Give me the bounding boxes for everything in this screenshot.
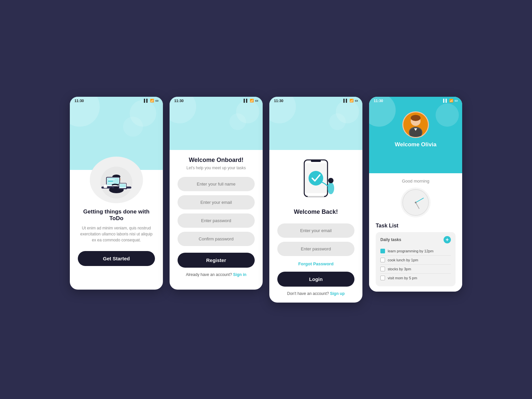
signal-icon-3: ▌▌ [343, 99, 348, 102]
status-time-4: 11:30 [374, 99, 383, 103]
login-button[interactable]: Login [277, 272, 354, 287]
svg-rect-13 [118, 188, 127, 189]
status-time-2: 11:30 [174, 99, 184, 103]
wifi-icon: 📶 [150, 99, 154, 102]
register-button[interactable]: Register [178, 253, 255, 268]
login-email-input[interactable] [277, 223, 354, 238]
status-bar-3: 11:30 ▌▌ 📶 ▭ [269, 97, 362, 105]
screen2-header: 11:30 ▌▌ 📶 ▭ [170, 97, 263, 150]
task-item-3: visit mom by 5 pm [380, 274, 451, 282]
welcome-greeting: Welcome Olivia [369, 141, 462, 153]
full-name-input[interactable] [178, 177, 255, 191]
status-icons-3: ▌▌ 📶 ▭ [343, 99, 358, 102]
screen4-body: Good morning Task List Daily tasks + [369, 173, 462, 292]
good-morning-text: Good morning [376, 179, 456, 184]
screen1-body: Getting things done with ToDo Ut enim ad… [70, 170, 163, 290]
task-item-2: stocks by 3pm [380, 265, 451, 274]
clock-widget [401, 188, 431, 217]
status-icons-1: ▌▌ 📶 ▭ [144, 99, 158, 102]
status-time-3: 11:30 [274, 99, 283, 103]
status-bar-1: 11:30 ▌▌ 📶 ▭ [70, 97, 163, 105]
login-password-input[interactable] [277, 242, 354, 256]
daily-tasks-label: Daily tasks [380, 237, 401, 242]
person-svg [96, 160, 136, 200]
status-icons-2: ▌▌ 📶 ▭ [244, 99, 258, 102]
svg-rect-12 [120, 184, 126, 188]
user-avatar [402, 111, 429, 138]
screen3-header: 11:30 ▌▌ 📶 ▭ [269, 97, 362, 150]
no-account-text: Don't have an account? Sign up [287, 291, 344, 296]
signal-icon-2: ▌▌ [244, 99, 248, 102]
clock-minute-hand [416, 198, 424, 202]
already-account-text: Already have an account? Sign in [186, 272, 246, 277]
bubble-3 [123, 117, 143, 137]
task-label-3: visit mom by 5 pm [388, 276, 417, 280]
svg-rect-14 [104, 185, 107, 188]
bubble-s2-3 [229, 113, 246, 130]
confirm-password-input[interactable] [178, 232, 255, 246]
svg-rect-8 [108, 181, 113, 182]
battery-icon-2: ▭ [255, 99, 258, 102]
bubble-s3-3 [329, 113, 346, 130]
task-label-2: stocks by 3pm [388, 267, 411, 271]
register-title: Welcome Onboard! [189, 157, 244, 164]
screen1-description: Ut enim ad minim veniam, quis nostrud ex… [78, 225, 155, 243]
wifi-icon-3: 📶 [349, 99, 353, 102]
svg-rect-9 [108, 183, 114, 183]
status-bar-4: 11:30 ▌▌ 📶 ▭ [369, 97, 462, 105]
sign-up-link[interactable]: Sign up [330, 291, 345, 296]
add-task-button[interactable]: + [444, 236, 451, 243]
screen3-body: Welcome Back! Forgot Password Login Don'… [269, 150, 362, 303]
person-illustration [90, 157, 143, 203]
screen-register: 11:30 ▌▌ 📶 ▭ Welcome Onboard! Let's help… [170, 97, 263, 290]
task-item-0: learn programming by 12pm [380, 247, 451, 256]
screen1-title: Getting things done with ToDo [78, 208, 155, 222]
task-checkbox-3[interactable] [380, 276, 385, 280]
task-card: Daily tasks + learn programming by 12pm … [376, 232, 456, 286]
phone-illustration [296, 157, 336, 203]
register-subtitle: Let's help you meet up your tasks [187, 166, 246, 170]
battery-icon-3: ▭ [355, 99, 358, 102]
status-icons-4: ▌▌ 📶 ▭ [443, 99, 458, 102]
sign-in-link[interactable]: Sign in [233, 272, 246, 277]
screens-container: 11:30 ▌▌ 📶 ▭ [70, 97, 462, 303]
clock-center-dot [415, 201, 417, 203]
screen-login: 11:30 ▌▌ 📶 ▭ [269, 97, 362, 303]
forgot-password-link[interactable]: Forgot Password [298, 261, 333, 266]
task-label-0: learn programming by 12pm [388, 249, 434, 253]
battery-icon: ▭ [155, 99, 158, 102]
status-time-1: 11:30 [74, 99, 84, 103]
clock-face [402, 189, 429, 216]
password-input[interactable] [178, 213, 255, 228]
svg-rect-10 [112, 187, 114, 188]
svg-point-18 [309, 171, 323, 186]
svg-rect-21 [308, 196, 324, 197]
wifi-icon-2: 📶 [250, 99, 254, 102]
bubble-s4-2 [436, 103, 459, 127]
svg-point-24 [411, 115, 421, 121]
screen2-body: Welcome Onboard! Let's help you meet up … [170, 150, 263, 290]
login-title: Welcome Back! [294, 208, 338, 215]
task-card-header: Daily tasks + [380, 236, 451, 243]
screen-onboarding: 11:30 ▌▌ 📶 ▭ [70, 97, 163, 290]
email-input[interactable] [178, 195, 255, 209]
task-checkbox-0[interactable] [380, 249, 385, 253]
task-label-1: cook lunch by 1pm [388, 258, 418, 262]
signal-icon-4: ▌▌ [443, 99, 448, 102]
wifi-icon-4: 📶 [449, 99, 453, 102]
svg-rect-17 [311, 160, 321, 162]
phone-check-svg [296, 157, 336, 203]
clock-hour-hand [415, 202, 420, 209]
task-list-title: Task List [376, 223, 456, 229]
status-bar-2: 11:30 ▌▌ 📶 ▭ [170, 97, 263, 105]
svg-point-20 [328, 178, 333, 183]
svg-point-19 [328, 182, 334, 194]
task-checkbox-2[interactable] [380, 267, 385, 271]
screen4-header: 11:30 ▌▌ 📶 ▭ [369, 97, 462, 173]
get-started-button[interactable]: Get Started [78, 251, 155, 266]
task-item-1: cook lunch by 1pm [380, 256, 451, 265]
task-checkbox-1[interactable] [380, 258, 385, 262]
battery-icon-4: ▭ [455, 99, 458, 102]
svg-rect-7 [108, 179, 115, 180]
signal-icon: ▌▌ [144, 99, 149, 102]
